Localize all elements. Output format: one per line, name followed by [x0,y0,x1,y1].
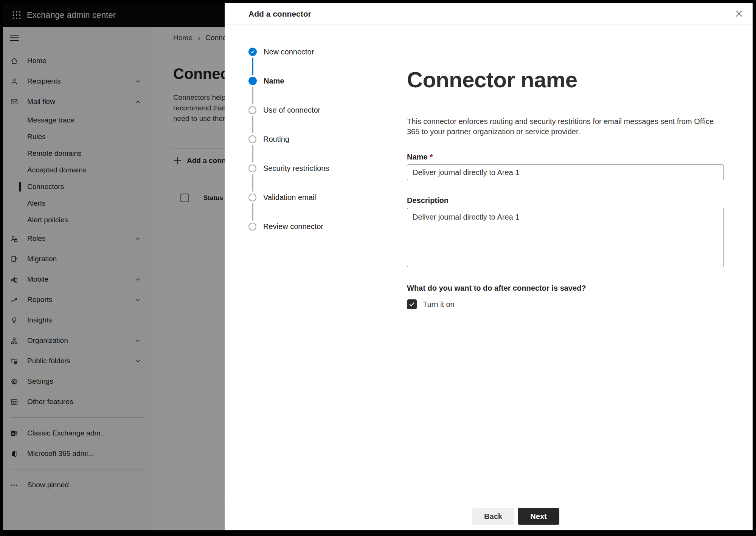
wizard-step-label: Security restrictions [263,164,329,173]
wizard-connector-line [252,116,253,133]
wizard-step-validation-email[interactable]: Validation email [248,193,381,201]
step-upcoming-icon [248,135,256,143]
required-asterisk: * [430,153,433,161]
turn-it-on-checkbox[interactable] [407,299,417,309]
dialog-footer: Back Next [225,502,753,530]
wizard-step-routing[interactable]: Routing [248,135,381,143]
wizard-steps: New connectorNameUse of connectorRouting… [225,25,381,502]
wizard-step-label: Review connector [263,222,323,231]
step-upcoming-icon [248,106,256,114]
step-upcoming-icon [248,164,256,172]
description-field-label: Description [407,196,722,205]
wizard-step-use-of-connector[interactable]: Use of connector [248,106,381,114]
turn-it-on-row: Turn it on [407,299,722,309]
dialog-title: Add a connector [248,9,311,19]
add-connector-dialog: Add a connector New connectorNameUse of … [225,3,753,530]
description-textarea[interactable]: Deliver journal directly to Area 1 [407,208,724,267]
step-upcoming-icon [248,223,256,231]
wizard-connector-line [252,203,253,221]
turn-it-on-label: Turn it on [423,300,455,309]
name-step-panel: Connector name This connector enforces r… [381,25,753,502]
wizard-connector-line [252,145,253,163]
dialog-body: New connectorNameUse of connectorRouting… [225,25,753,502]
wizard-step-label: Validation email [263,193,316,202]
description-label-text: Description [407,196,449,205]
step-upcoming-icon [248,194,256,201]
wizard-step-review-connector[interactable]: Review connector [248,222,381,231]
wizard-connector-line [252,57,253,75]
step-current-icon [248,77,257,85]
wizard-step-name[interactable]: Name [248,77,381,85]
wizard-step-security-restrictions[interactable]: Security restrictions [248,164,381,172]
wizard-connector-line [252,87,253,104]
after-save-question: What do you want to do after connector i… [407,284,722,293]
panel-description: This connector enforces routing and secu… [407,116,722,137]
wizard-step-label: Routing [263,135,289,144]
next-button[interactable]: Next [518,508,559,525]
dialog-header: Add a connector [225,3,753,25]
back-button[interactable]: Back [472,508,514,525]
wizard-step-label: Name [264,77,284,85]
screen: Exchange admin center HomeRecipientsMail… [0,0,756,536]
wizard-step-label: New connector [264,48,314,56]
name-field-label: Name * [407,153,722,161]
close-icon[interactable] [734,9,744,19]
name-label-text: Name [407,153,427,161]
name-input[interactable] [407,164,724,180]
wizard-connector-line [252,174,253,192]
wizard-step-label: Use of connector [263,106,320,115]
panel-heading: Connector name [407,67,722,92]
wizard-step-new-connector[interactable]: New connector [248,48,381,56]
step-completed-icon [248,48,257,56]
